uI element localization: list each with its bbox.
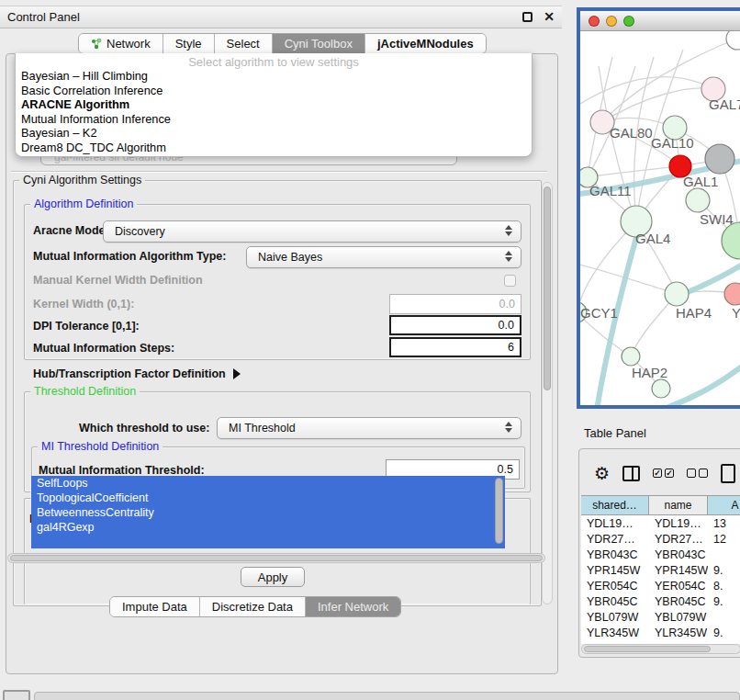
- control-panel-title: Control Panel: [7, 10, 80, 24]
- algorithm-option[interactable]: Bayesian – Hill Climbing: [16, 69, 532, 84]
- control-panel-titlebar: Control Panel ✕: [0, 6, 562, 28]
- table-cell: YLR345W: [649, 625, 708, 640]
- settings-vertical-scrollbar[interactable]: [542, 182, 553, 604]
- which-threshold-select[interactable]: MI Threshold: [217, 417, 521, 439]
- node-label-hap2: HAP2: [632, 365, 667, 380]
- dpi-tolerance-field[interactable]: 0.0: [389, 315, 521, 335]
- algorithm-dropdown[interactable]: Select algorithm to view settings Bayesi…: [15, 53, 533, 157]
- table-cell: 9.: [708, 562, 740, 578]
- table-panel: ⚙ ✓✓ shared…nameA YDL19…YDL19…13YDR27…YD…: [578, 448, 740, 658]
- tab-label: Impute Data: [122, 600, 187, 614]
- tab-network[interactable]: Network: [79, 34, 163, 53]
- tab-jactivemnodules[interactable]: jActiveMNodules: [365, 34, 486, 53]
- control-panel-tabbar: NetworkStyleSelectCyni ToolboxjActiveMNo…: [78, 33, 487, 54]
- mi-type-row: Mutual Information Algorithm Type:: [33, 250, 226, 263]
- which-threshold-row: Which threshold to use:: [79, 422, 209, 435]
- node-label-gcy1: GCY1: [580, 305, 618, 321]
- close-traffic-light[interactable]: [589, 16, 600, 27]
- kernel-width-field[interactable]: 0.0: [389, 294, 521, 314]
- close-panel-icon[interactable]: ✕: [544, 12, 555, 22]
- table-cell: YPR145W: [649, 562, 708, 578]
- column-header-shared[interactable]: shared…: [581, 496, 649, 514]
- node-top-partial[interactable]: [726, 31, 740, 50]
- table-cell: YER054C: [581, 578, 649, 593]
- footer-mini-button[interactable]: [3, 690, 30, 700]
- combo-arrows-icon: [505, 251, 512, 262]
- minimize-traffic-light[interactable]: [606, 16, 617, 27]
- zoom-traffic-light[interactable]: [623, 16, 634, 27]
- algorithm-option[interactable]: Dream8 DC_TDC Algorithm: [16, 141, 532, 155]
- tab-style[interactable]: Style: [163, 34, 215, 53]
- table-horizontal-scrollbar[interactable]: [581, 644, 740, 654]
- node-label-gal80: GAL80: [610, 125, 653, 141]
- algorithm-option[interactable]: ARACNE Algorithm: [16, 97, 532, 112]
- column-header-A[interactable]: A: [708, 496, 740, 514]
- mi-threshold-group-title: MI Threshold Definition: [38, 440, 163, 453]
- unchecked-boxes-icon[interactable]: [687, 469, 708, 478]
- node-salmon[interactable]: [724, 283, 740, 305]
- table-row[interactable]: YPR145WYPR145W9.: [581, 562, 740, 578]
- manual-kernel-checkbox[interactable]: [504, 275, 516, 287]
- node-gal1[interactable]: [686, 188, 710, 212]
- settings-horizontal-scrollbar[interactable]: [7, 553, 545, 563]
- table-row[interactable]: YBL079WYBL079W: [581, 609, 740, 625]
- checked-boxes-icon[interactable]: ✓✓: [653, 469, 674, 478]
- mi-steps-field[interactable]: 6: [389, 337, 521, 357]
- tab-label: Network: [107, 37, 151, 51]
- combo-arrows-icon: [505, 422, 512, 433]
- table-row[interactable]: YBR043CYBR043C: [581, 547, 740, 562]
- node-hap2[interactable]: [622, 347, 640, 366]
- algorithm-option[interactable]: Mutual Information Inference: [16, 112, 532, 127]
- mi-threshold-label: Mutual Information Threshold:: [39, 464, 205, 477]
- tab-label: Infer Network: [318, 600, 388, 614]
- tab-select[interactable]: Select: [215, 34, 273, 53]
- table-row[interactable]: YDR27…YDR27…12: [581, 531, 740, 547]
- table-cell: 12: [708, 531, 740, 547]
- table-row[interactable]: YLR345WYLR345W9.: [581, 625, 740, 640]
- apply-button[interactable]: Apply: [241, 567, 305, 587]
- table-row[interactable]: YDL19…YDL19…13: [581, 515, 740, 531]
- divider: [11, 171, 547, 173]
- hub-definition-toggle[interactable]: Hub/Transcription Factor Definition: [33, 367, 241, 380]
- gear-icon[interactable]: ⚙: [594, 463, 610, 484]
- node-gray[interactable]: [705, 144, 734, 174]
- algorithm-option[interactable]: Basic Correlation Inference: [16, 84, 532, 98]
- table-row[interactable]: YBR045CYBR045C9.: [581, 593, 740, 609]
- mi-type-select[interactable]: Naive Bayes: [246, 246, 521, 268]
- node-bottom[interactable]: [652, 379, 670, 398]
- document-icon[interactable]: [721, 464, 735, 483]
- tab-infer-network[interactable]: Infer Network: [306, 597, 400, 616]
- footer-band: [34, 692, 740, 700]
- tab-impute-data[interactable]: Impute Data: [110, 597, 200, 616]
- list-scrollbar[interactable]: [495, 478, 503, 544]
- settings-group-title: Cyni Algorithm Settings: [19, 174, 145, 186]
- attribute-item[interactable]: gal4RGexp: [31, 520, 505, 535]
- float-panel-icon[interactable]: [522, 12, 533, 22]
- table-panel-title: Table Panel: [584, 426, 646, 440]
- node-hap4[interactable]: [665, 282, 689, 306]
- which-threshold-label: Which threshold to use:: [79, 422, 209, 435]
- table-cell: 9.: [708, 593, 740, 609]
- table-cell: YDR27…: [581, 531, 649, 547]
- column-header-name[interactable]: name: [649, 496, 708, 514]
- network-canvas[interactable]: GAL7GAL80GAL10GAL1GAL11SWI4GAL4GCY1HAP4Y…: [580, 31, 740, 405]
- attribute-item[interactable]: TopologicalCoefficient: [31, 491, 505, 505]
- algorithm-option[interactable]: Bayesian – K2: [16, 126, 532, 141]
- aracne-mode-select[interactable]: Discovery: [103, 220, 521, 243]
- node-label-y: Y: [732, 305, 740, 321]
- data-attributes-list[interactable]: SelfLoopsTopologicalCoefficientBetweenne…: [31, 476, 505, 548]
- tab-label: Select: [227, 37, 260, 51]
- hub-definition-label: Hub/Transcription Factor Definition: [33, 367, 226, 380]
- table-cell: 8.: [708, 578, 740, 593]
- node-label-hap4: HAP4: [676, 305, 712, 321]
- attribute-item[interactable]: BetweennessCentrality: [31, 505, 505, 520]
- tab-cyni-toolbox[interactable]: Cyni Toolbox: [273, 34, 365, 53]
- table-cell: 9.: [708, 625, 740, 640]
- attribute-item[interactable]: SelfLoops: [31, 476, 505, 491]
- mi-steps-row: Mutual Information Steps:: [33, 342, 174, 355]
- node-swi4[interactable]: [722, 222, 740, 259]
- network-view-window[interactable]: GAL7GAL80GAL10GAL1GAL11SWI4GAL4GCY1HAP4Y…: [577, 7, 740, 409]
- table-row[interactable]: YER054CYER054C8.: [581, 578, 740, 593]
- tab-discretize-data[interactable]: Discretize Data: [200, 597, 306, 616]
- column-split-icon[interactable]: [622, 466, 640, 481]
